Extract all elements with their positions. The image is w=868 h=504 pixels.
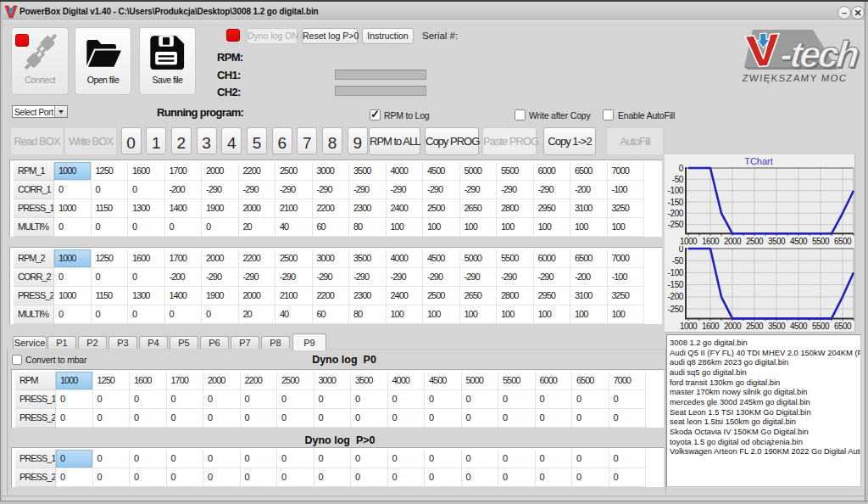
svg-text:-150: -150 [668, 198, 684, 207]
svg-text:-250: -250 [668, 220, 684, 229]
svg-text:-tech: -tech [778, 33, 860, 75]
svg-text:1000: 1000 [680, 322, 698, 331]
svg-text:-200: -200 [668, 292, 684, 301]
svg-text:-250: -250 [668, 305, 684, 314]
svg-text:3500: 3500 [768, 322, 786, 331]
svg-text:-100: -100 [668, 268, 684, 277]
svg-text:ZWIĘKSZAMY MOC: ZWIĘKSZAMY MOC [742, 73, 848, 83]
svg-text:1600: 1600 [702, 237, 720, 246]
svg-text:-100: -100 [668, 186, 684, 195]
svg-text:4500: 4500 [790, 237, 808, 246]
svg-text:0: 0 [679, 164, 684, 173]
svg-text:-50: -50 [672, 256, 684, 266]
svg-text:-150: -150 [668, 280, 684, 289]
svg-text:0: 0 [679, 246, 684, 254]
svg-text:5500: 5500 [812, 237, 830, 246]
svg-text:2000: 2000 [724, 322, 742, 331]
svg-text:4500: 4500 [790, 322, 808, 331]
svg-text:TChart: TChart [744, 156, 773, 166]
svg-text:6500: 6500 [834, 237, 852, 246]
svg-text:2500: 2500 [746, 237, 764, 246]
svg-text:1000: 1000 [680, 237, 698, 246]
svg-text:-50: -50 [672, 175, 684, 184]
svg-text:3500: 3500 [768, 237, 786, 246]
svg-text:2500: 2500 [746, 322, 764, 331]
svg-text:5500: 5500 [812, 322, 830, 331]
svg-text:2000: 2000 [724, 237, 742, 246]
svg-text:-200: -200 [668, 209, 684, 218]
svg-text:1600: 1600 [702, 322, 720, 331]
svg-text:6500: 6500 [834, 322, 852, 331]
